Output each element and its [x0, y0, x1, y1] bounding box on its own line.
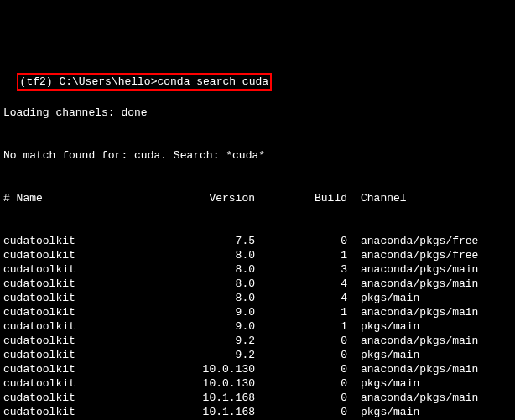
- header-version: Version: [163, 191, 255, 205]
- cell-name: cudatoolkit: [3, 291, 163, 305]
- table-row: cudatoolkit8.04anaconda/pkgs/main: [3, 277, 512, 291]
- table-row: cudatoolkit9.01anaconda/pkgs/main: [3, 305, 512, 319]
- cell-name: cudatoolkit: [3, 319, 163, 334]
- header-name: # Name: [3, 191, 163, 205]
- cell-version: 9.0: [163, 305, 255, 319]
- cell-name: cudatoolkit: [3, 248, 163, 262]
- table-row: cudatoolkit8.04pkgs/main: [3, 291, 512, 305]
- command-highlight: (tf2) C:\Users\hello>conda search cuda: [17, 73, 272, 91]
- cell-build: 0: [255, 362, 347, 376]
- cell-build: 1: [255, 305, 347, 319]
- cell-version: 9.0: [163, 319, 255, 334]
- cell-version: 7.5: [163, 234, 255, 248]
- cell-build: 3: [255, 262, 347, 277]
- cell-version: 10.0.130: [163, 362, 255, 376]
- cell-version: 8.0: [163, 248, 255, 262]
- cell-version: 8.0: [163, 262, 255, 277]
- loading-line: Loading channels: done: [3, 106, 512, 120]
- cell-name: cudatoolkit: [3, 391, 163, 405]
- table-row: cudatoolkit10.0.1300pkgs/main: [3, 376, 512, 391]
- cell-channel: anaconda/pkgs/free: [347, 234, 478, 248]
- cell-build: 4: [255, 291, 347, 305]
- cell-channel: anaconda/pkgs/main: [347, 362, 478, 376]
- cell-build: 0: [255, 391, 347, 405]
- cell-build: 1: [255, 248, 347, 262]
- header-build: Build: [255, 191, 347, 205]
- cell-channel: anaconda/pkgs/main: [347, 391, 478, 405]
- table-row: cudatoolkit8.01anaconda/pkgs/free: [3, 248, 512, 262]
- table-row: cudatoolkit10.0.1300anaconda/pkgs/main: [3, 362, 512, 376]
- cell-build: 0: [255, 348, 347, 362]
- table-row: cudatoolkit9.20pkgs/main: [3, 348, 512, 362]
- cell-channel: anaconda/pkgs/main: [347, 334, 478, 348]
- table-body: cudatoolkit7.50anaconda/pkgs/freecudatoo…: [3, 234, 512, 420]
- table-row: cudatoolkit7.50anaconda/pkgs/free: [3, 234, 512, 248]
- terminal-output: (tf2) C:\Users\hello>conda search cuda L…: [0, 57, 515, 420]
- cell-channel: pkgs/main: [347, 291, 419, 305]
- cell-channel: pkgs/main: [347, 405, 419, 419]
- cell-name: cudatoolkit: [3, 348, 163, 362]
- cell-build: 0: [255, 334, 347, 348]
- cell-build: 4: [255, 277, 347, 291]
- header-channel: Channel: [347, 191, 407, 205]
- table-row: cudatoolkit9.20anaconda/pkgs/main: [3, 334, 512, 348]
- cell-name: cudatoolkit: [3, 362, 163, 376]
- cell-build: 0: [255, 376, 347, 391]
- cell-channel: pkgs/main: [347, 319, 419, 334]
- table-header: # Name Version Build Channel: [3, 191, 512, 205]
- table-row: cudatoolkit9.01pkgs/main: [3, 319, 512, 334]
- cell-name: cudatoolkit: [3, 334, 163, 348]
- table-row: cudatoolkit8.03anaconda/pkgs/main: [3, 262, 512, 277]
- cell-version: 10.0.130: [163, 376, 255, 391]
- cell-channel: anaconda/pkgs/main: [347, 305, 478, 319]
- cell-build: 0: [255, 405, 347, 419]
- cell-build: 1: [255, 319, 347, 334]
- cell-version: 8.0: [163, 277, 255, 291]
- cell-name: cudatoolkit: [3, 277, 163, 291]
- cell-build: 0: [255, 234, 347, 248]
- prompt-line: (tf2) C:\Users\hello>conda search cuda: [20, 75, 268, 88]
- nomatch-line: No match found for: cuda. Search: *cuda*: [3, 148, 512, 163]
- cell-channel: anaconda/pkgs/main: [347, 262, 478, 277]
- table-row: cudatoolkit10.1.1680anaconda/pkgs/main: [3, 391, 512, 405]
- cell-version: 10.1.168: [163, 391, 255, 405]
- cell-version: 10.1.168: [163, 405, 255, 419]
- cell-name: cudatoolkit: [3, 262, 163, 277]
- cell-name: cudatoolkit: [3, 305, 163, 319]
- cell-version: 9.2: [163, 334, 255, 348]
- cell-name: cudatoolkit: [3, 376, 163, 391]
- cell-version: 8.0: [163, 291, 255, 305]
- cell-channel: pkgs/main: [347, 376, 419, 391]
- cell-name: cudatoolkit: [3, 405, 163, 419]
- cell-version: 9.2: [163, 348, 255, 362]
- cell-channel: anaconda/pkgs/main: [347, 277, 478, 291]
- cell-channel: anaconda/pkgs/free: [347, 248, 478, 262]
- table-row: cudatoolkit10.1.1680pkgs/main: [3, 405, 512, 419]
- cell-name: cudatoolkit: [3, 234, 163, 248]
- cell-channel: pkgs/main: [347, 348, 419, 362]
